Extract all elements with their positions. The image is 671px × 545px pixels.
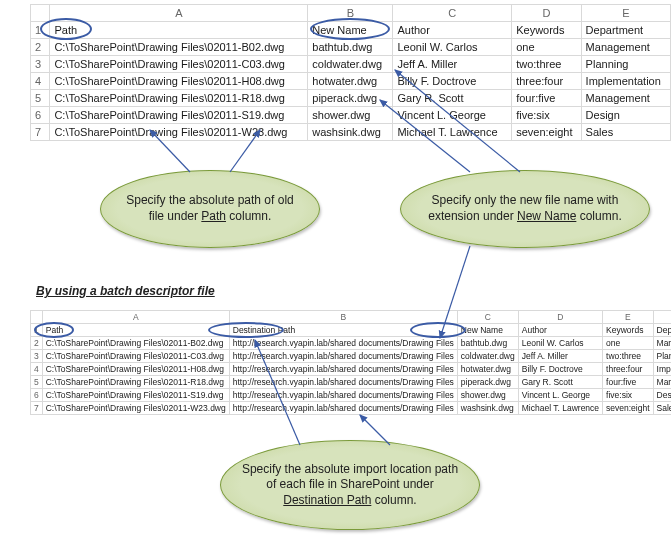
cell-new-name[interactable]: coldwater.dwg bbox=[308, 56, 393, 73]
cell-author[interactable]: Michael T. Lawrence bbox=[393, 124, 512, 141]
cell-path[interactable]: C:\ToSharePoint\Drawing Files\02011-S19.… bbox=[42, 389, 229, 402]
table-row: 6 C:\ToSharePoint\Drawing Files\02011-S1… bbox=[31, 107, 671, 124]
cell-keywords[interactable]: three:four bbox=[512, 73, 581, 90]
callout-dest: Specify the absolute import location pat… bbox=[220, 440, 480, 530]
cell-dest[interactable]: http://research.vyapin.lab/shared docume… bbox=[229, 350, 457, 363]
callout-underline: New Name bbox=[517, 209, 576, 223]
cell-new-name[interactable]: hotwater.dwg bbox=[308, 73, 393, 90]
cell-author[interactable]: Leonil W. Carlos bbox=[393, 39, 512, 56]
table-row: 3 C:\ToSharePoint\Drawing Files\02011-C0… bbox=[31, 56, 671, 73]
cell-path[interactable]: C:\ToSharePoint\Drawing Files\02011-C03.… bbox=[50, 56, 308, 73]
cell-author[interactable]: Jeff A. Miller bbox=[518, 350, 602, 363]
cell-department[interactable]: Planning bbox=[653, 350, 671, 363]
callout-newname: Specify only the new file name with exte… bbox=[400, 170, 650, 248]
cell-department[interactable]: Design bbox=[653, 389, 671, 402]
table-row: 2 C:\ToSharePoint\Drawing Files\02011-B0… bbox=[31, 39, 671, 56]
cell-keywords[interactable]: four:five bbox=[512, 90, 581, 107]
col-letter: C bbox=[457, 311, 518, 324]
cell-keywords[interactable]: two:three bbox=[512, 56, 581, 73]
cell-department[interactable]: Management bbox=[653, 337, 671, 350]
cell-department[interactable]: Implementation bbox=[581, 73, 670, 90]
section-title: By using a batch descriptor file bbox=[24, 278, 227, 304]
col-header-row: A B C D E F bbox=[31, 311, 672, 324]
cell-keywords[interactable]: four:five bbox=[603, 376, 653, 389]
cell-new-name[interactable]: piperack.dwg bbox=[457, 376, 518, 389]
cell-author[interactable]: Billy F. Doctrove bbox=[518, 363, 602, 376]
cell-new-name[interactable]: bathtub.dwg bbox=[308, 39, 393, 56]
cell-author[interactable]: Gary R. Scott bbox=[518, 376, 602, 389]
cell-new-name[interactable]: washsink.dwg bbox=[308, 124, 393, 141]
row-number: 4 bbox=[31, 363, 43, 376]
cell-keywords[interactable]: five:six bbox=[603, 389, 653, 402]
cell-author[interactable]: Leonil W. Carlos bbox=[518, 337, 602, 350]
cell-keywords[interactable]: two:three bbox=[603, 350, 653, 363]
cell-keywords[interactable]: seven:eight bbox=[603, 402, 653, 415]
cell-author[interactable]: Vincent L. George bbox=[518, 389, 602, 402]
header-keywords[interactable]: Keywords bbox=[512, 22, 581, 39]
cell-path[interactable]: C:\ToSharePoint\Drawing Files\02011-R18.… bbox=[50, 90, 308, 107]
table-row: 5 C:\ToSharePoint\Drawing Files\02011-R1… bbox=[31, 376, 672, 389]
cell-department[interactable]: Planning bbox=[581, 56, 670, 73]
header-department[interactable]: Department bbox=[581, 22, 670, 39]
header-department[interactable]: Department bbox=[653, 324, 671, 337]
cell-keywords[interactable]: one bbox=[512, 39, 581, 56]
cell-path[interactable]: C:\ToSharePoint\Drawing Files\02011-B02.… bbox=[42, 337, 229, 350]
cell-department[interactable]: Sales bbox=[653, 402, 671, 415]
cell-path[interactable]: C:\ToSharePoint\Drawing Files\02011-H08.… bbox=[50, 73, 308, 90]
header-author[interactable]: Author bbox=[518, 324, 602, 337]
table-row: 5 C:\ToSharePoint\Drawing Files\02011-R1… bbox=[31, 90, 671, 107]
cell-department[interactable]: Implementation bbox=[653, 363, 671, 376]
cell-path[interactable]: C:\ToSharePoint\Drawing Files\02011-S19.… bbox=[50, 107, 308, 124]
cell-author[interactable]: Gary R. Scott bbox=[393, 90, 512, 107]
cell-dest[interactable]: http://research.vyapin.lab/shared docume… bbox=[229, 376, 457, 389]
cell-department[interactable]: Sales bbox=[581, 124, 670, 141]
cell-department[interactable]: Design bbox=[581, 107, 670, 124]
cell-dest[interactable]: http://research.vyapin.lab/shared docume… bbox=[229, 402, 457, 415]
cell-department[interactable]: Management bbox=[581, 90, 670, 107]
cell-dest[interactable]: http://research.vyapin.lab/shared docume… bbox=[229, 389, 457, 402]
cell-dest[interactable]: http://research.vyapin.lab/shared docume… bbox=[229, 363, 457, 376]
col-letter: E bbox=[603, 311, 653, 324]
cell-path[interactable]: C:\ToSharePoint\Drawing Files\02011-W23.… bbox=[50, 124, 308, 141]
cell-department[interactable]: Management bbox=[581, 39, 670, 56]
cell-new-name[interactable]: coldwater.dwg bbox=[457, 350, 518, 363]
cell-new-name[interactable]: shower.dwg bbox=[457, 389, 518, 402]
table-row: 4 C:\ToSharePoint\Drawing Files\02011-H0… bbox=[31, 73, 671, 90]
cell-new-name[interactable]: bathtub.dwg bbox=[457, 337, 518, 350]
table-row: 2 C:\ToSharePoint\Drawing Files\02011-B0… bbox=[31, 337, 672, 350]
cell-author[interactable]: Vincent L. George bbox=[393, 107, 512, 124]
cell-keywords[interactable]: one bbox=[603, 337, 653, 350]
cell-path[interactable]: C:\ToSharePoint\Drawing Files\02011-B02.… bbox=[50, 39, 308, 56]
callout-text: Specify the absolute import location pat… bbox=[242, 462, 458, 492]
header-author[interactable]: Author bbox=[393, 22, 512, 39]
header-new-name[interactable]: New Name bbox=[457, 324, 518, 337]
cell-new-name[interactable]: washsink.dwg bbox=[457, 402, 518, 415]
cell-keywords[interactable]: three:four bbox=[603, 363, 653, 376]
callout-path: Specify the absolute path of old file un… bbox=[100, 170, 320, 248]
cell-dest[interactable]: http://research.vyapin.lab/shared docume… bbox=[229, 337, 457, 350]
cell-new-name[interactable]: piperack.dwg bbox=[308, 90, 393, 107]
callout-underline: Destination Path bbox=[283, 493, 371, 507]
cell-author[interactable]: Billy F. Doctrove bbox=[393, 73, 512, 90]
header-keywords[interactable]: Keywords bbox=[603, 324, 653, 337]
cell-keywords[interactable]: five:six bbox=[512, 107, 581, 124]
cell-path[interactable]: C:\ToSharePoint\Drawing Files\02011-H08.… bbox=[42, 363, 229, 376]
col-letter: D bbox=[518, 311, 602, 324]
cell-new-name[interactable]: shower.dwg bbox=[308, 107, 393, 124]
circle-newname-header-top bbox=[310, 18, 390, 40]
cell-path[interactable]: C:\ToSharePoint\Drawing Files\02011-W23.… bbox=[42, 402, 229, 415]
cell-author[interactable]: Jeff A. Miller bbox=[393, 56, 512, 73]
table-row: 6 C:\ToSharePoint\Drawing Files\02011-S1… bbox=[31, 389, 672, 402]
callout-text: column. bbox=[371, 493, 416, 507]
cell-keywords[interactable]: seven:eight bbox=[512, 124, 581, 141]
col-letter: B bbox=[229, 311, 457, 324]
cell-department[interactable]: Management bbox=[653, 376, 671, 389]
row-number: 5 bbox=[31, 90, 50, 107]
cell-path[interactable]: C:\ToSharePoint\Drawing Files\02011-C03.… bbox=[42, 350, 229, 363]
table-row: 7 C:\ToSharePoint\Drawing Files\02011-W2… bbox=[31, 402, 672, 415]
table-row: 3 C:\ToSharePoint\Drawing Files\02011-C0… bbox=[31, 350, 672, 363]
corner-cell bbox=[31, 5, 50, 22]
cell-new-name[interactable]: hotwater.dwg bbox=[457, 363, 518, 376]
cell-path[interactable]: C:\ToSharePoint\Drawing Files\02011-R18.… bbox=[42, 376, 229, 389]
cell-author[interactable]: Michael T. Lawrence bbox=[518, 402, 602, 415]
